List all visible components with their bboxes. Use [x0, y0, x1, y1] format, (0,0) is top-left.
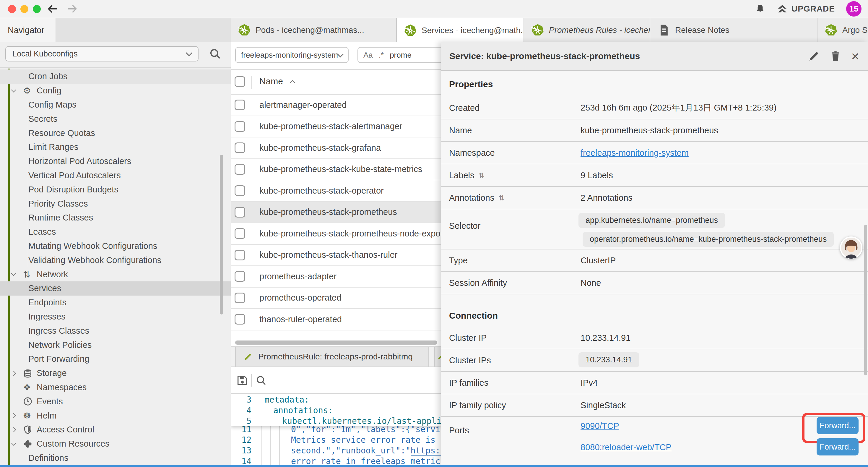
- table-row[interactable]: kube-prometheus-stack-prometheus: [231, 202, 441, 224]
- sidebar-item-custom-resources[interactable]: Custom Resources: [0, 437, 231, 451]
- sidebar-item-ingresses[interactable]: Ingresses: [0, 310, 231, 324]
- upgrade-button[interactable]: UPGRADE: [777, 3, 835, 14]
- port-link[interactable]: 8080:reloader-web/TCP: [581, 442, 672, 452]
- sidebar-item-label: Network: [37, 269, 68, 279]
- tab-services-icecheng-math[interactable]: Services - icecheng@math...×: [397, 18, 524, 42]
- namespace-filter-dropdown[interactable]: freeleaps-monitoring-system: [235, 47, 349, 63]
- editor-search-icon[interactable]: [255, 374, 267, 387]
- sidebar-item-events[interactable]: Events: [0, 394, 231, 408]
- table-row[interactable]: prometheus-operated: [231, 288, 441, 309]
- sidebar-item-definitions[interactable]: Definitions: [0, 451, 231, 465]
- sidebar-item-services[interactable]: Services: [0, 282, 231, 296]
- resource-search-input[interactable]: Aa .* prome: [358, 47, 441, 63]
- sidebar-item-resource-quotas[interactable]: Resource Quotas: [0, 126, 231, 140]
- row-checkbox[interactable]: [235, 99, 245, 110]
- table-row[interactable]: kube-prometheus-stack-thanos-ruler: [231, 245, 441, 266]
- sidebar-item-mutating-webhook-configurations[interactable]: Mutating Webhook Configurations: [0, 239, 231, 253]
- sidebar-item-label: Config: [37, 86, 61, 95]
- table-row[interactable]: thanos-ruler-operated: [231, 309, 441, 330]
- table-row[interactable]: kube-prometheus-stack-alertmanager: [231, 116, 441, 138]
- row-checkbox[interactable]: [235, 164, 245, 175]
- sidebar-item-secrets[interactable]: Secrets: [0, 112, 231, 126]
- traffic-light-close[interactable]: [8, 5, 16, 13]
- sidebar-item-namespaces[interactable]: ❖Namespaces: [0, 380, 231, 395]
- sidebar-item-config-maps[interactable]: Config Maps: [0, 98, 231, 112]
- editor-tab[interactable]: PrometheusRule: freeleaps-prod-rabbitmq: [235, 347, 429, 367]
- navigator-panel-tab[interactable]: Navigator: [0, 18, 56, 42]
- sidebar-item-helm[interactable]: ☸Helm: [0, 408, 231, 423]
- sidebar-item-leases[interactable]: Leases: [0, 225, 231, 239]
- traffic-light-zoom[interactable]: [33, 5, 41, 13]
- tab-prometheus-rules-icecheng[interactable]: Prometheus Rules - icecheng...: [524, 18, 650, 42]
- sidebar-item-horizontal-pod-autoscalers[interactable]: Horizontal Pod Autoscalers: [0, 154, 231, 169]
- yaml-editor[interactable]: 110","for":"1m","labels":{"service":"12M…: [231, 394, 441, 465]
- forward-button[interactable]: Forward...: [816, 438, 859, 456]
- column-header-name[interactable]: Name: [259, 76, 294, 86]
- sidebar-item-access-control[interactable]: Access Control: [0, 423, 231, 437]
- row-checkbox[interactable]: [235, 143, 245, 153]
- sidebar-scrollbar[interactable]: [220, 155, 223, 315]
- delete-icon[interactable]: [830, 50, 841, 62]
- sidebar-item-port-forwarding[interactable]: Port Forwarding: [0, 352, 231, 366]
- table-row[interactable]: alertmanager-operated: [231, 95, 441, 116]
- sidebar-item-pod-disruption-budgets[interactable]: Pod Disruption Budgets: [0, 182, 231, 197]
- forward-button[interactable]: Forward...: [816, 417, 859, 434]
- sidebar-item-cron-jobs[interactable]: Cron Jobs: [0, 69, 231, 84]
- row-checkbox[interactable]: [235, 293, 245, 303]
- table-row[interactable]: kube-prometheus-stack-operator: [231, 180, 441, 202]
- sidebar-item-priority-classes[interactable]: Priority Classes: [0, 197, 231, 211]
- back-arrow-icon[interactable]: [47, 4, 59, 14]
- sidebar-item-network[interactable]: ⇅Network: [0, 267, 231, 282]
- sidebar-item-network-policies[interactable]: Network Policies: [0, 338, 231, 352]
- close-icon[interactable]: ×: [851, 49, 859, 63]
- sort-toggle-icon[interactable]: ⇅: [478, 171, 484, 179]
- chevron-down-icon[interactable]: [12, 272, 23, 276]
- notification-badge[interactable]: 15: [846, 1, 862, 17]
- sidebar-item-ingress-classes[interactable]: Ingress Classes: [0, 324, 231, 338]
- row-checkbox[interactable]: [235, 271, 245, 282]
- row-checkbox[interactable]: [235, 121, 245, 132]
- row-checkbox[interactable]: [235, 250, 245, 260]
- row-checkbox[interactable]: [235, 314, 245, 324]
- edit-icon[interactable]: [808, 50, 820, 62]
- sidebar-item-config[interactable]: ⚙Config: [0, 84, 231, 98]
- horizontal-scrollbar[interactable]: [235, 341, 437, 345]
- namespace-link[interactable]: freeleaps-monitoring-system: [581, 148, 689, 157]
- save-icon[interactable]: [236, 374, 249, 387]
- bell-icon[interactable]: [755, 3, 766, 14]
- row-checkbox[interactable]: [235, 207, 245, 217]
- case-sensitive-toggle[interactable]: Aa: [363, 51, 373, 60]
- table-row[interactable]: kube-prometheus-stack-grafana: [231, 138, 441, 159]
- avatar[interactable]: [840, 236, 862, 259]
- sidebar-item-runtime-classes[interactable]: Runtime Classes: [0, 211, 231, 225]
- sidebar-search-icon[interactable]: [209, 47, 222, 60]
- table-row[interactable]: kube-prometheus-stack-prometheus-node-ex…: [231, 223, 441, 245]
- editor-tab-partial[interactable]: [434, 347, 441, 367]
- detail-scrollbar[interactable]: [864, 225, 867, 375]
- tab-pods-icecheng-mathmas[interactable]: Pods - icecheng@mathmas...: [231, 18, 397, 42]
- port-link[interactable]: 9090/TCP: [581, 421, 619, 431]
- sidebar-item-endpoints[interactable]: Endpoints: [0, 296, 231, 310]
- sidebar-item-validating-webhook-configurations[interactable]: Validating Webhook Configurations: [0, 253, 231, 267]
- tab-argo-se[interactable]: Argo Se: [817, 18, 868, 42]
- code-link[interactable]: https://net: [411, 446, 441, 456]
- chevron-down-icon[interactable]: [12, 89, 23, 92]
- traffic-light-minimize[interactable]: [20, 5, 28, 13]
- tab-release-notes[interactable]: Release Notes: [650, 18, 817, 42]
- kubeconfig-selector[interactable]: Local Kubeconfigs: [5, 46, 198, 61]
- table-row[interactable]: prometheus-adapter: [231, 266, 441, 288]
- row-checkbox[interactable]: [235, 228, 245, 239]
- chevron-down-icon[interactable]: [12, 442, 23, 446]
- sidebar-item-storage[interactable]: Storage: [0, 366, 231, 380]
- forward-arrow-icon[interactable]: [66, 4, 78, 14]
- row-checkbox[interactable]: [235, 185, 245, 196]
- chevron-right-icon[interactable]: [12, 414, 23, 417]
- table-row[interactable]: kube-prometheus-stack-kube-state-metrics: [231, 159, 441, 181]
- regex-toggle[interactable]: .*: [379, 51, 384, 60]
- select-all-checkbox[interactable]: [235, 76, 245, 87]
- chevron-right-icon[interactable]: [12, 428, 23, 432]
- sort-toggle-icon[interactable]: ⇅: [498, 194, 504, 202]
- chevron-right-icon[interactable]: [12, 372, 23, 375]
- sidebar-item-limit-ranges[interactable]: Limit Ranges: [0, 140, 231, 154]
- sidebar-item-vertical-pod-autoscalers[interactable]: Vertical Pod Autoscalers: [0, 169, 231, 183]
